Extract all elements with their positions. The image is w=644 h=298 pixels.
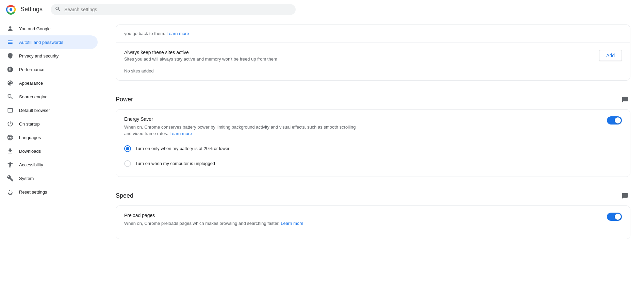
sidebar-label-downloads: Downloads bbox=[19, 149, 92, 154]
sites-active-text: Always keep these sites active Sites you… bbox=[124, 50, 277, 62]
radio-inner-battery-20 bbox=[126, 147, 129, 150]
globe-icon bbox=[7, 134, 14, 141]
page-title: Settings bbox=[20, 6, 43, 13]
sidebar-item-search-engine[interactable]: Search engine bbox=[0, 90, 98, 103]
energy-saver-header: Energy Saver When on, Chrome conserves b… bbox=[124, 116, 622, 137]
no-sites-text: No sites added bbox=[116, 68, 630, 80]
sidebar-item-you-and-google[interactable]: You and Google bbox=[0, 22, 98, 35]
sidebar-label-reset: Reset settings bbox=[19, 189, 92, 195]
sidebar-item-languages[interactable]: Languages bbox=[0, 131, 98, 144]
energy-saver-title: Energy Saver bbox=[124, 116, 362, 122]
main-layout: You and Google Autofill and passwords Pr… bbox=[0, 19, 644, 298]
energy-saver-toggle[interactable] bbox=[607, 116, 622, 125]
svg-point-4 bbox=[10, 162, 11, 163]
energy-saver-description: When on, Chrome conserves battery power … bbox=[124, 124, 362, 137]
top-note: you go back to them. Learn more bbox=[116, 25, 630, 43]
preload-learn-more[interactable]: Learn more bbox=[281, 221, 303, 226]
speedometer-icon bbox=[7, 66, 14, 73]
radio-label-unplugged: Turn on when my computer is unplugged bbox=[135, 161, 215, 166]
sidebar-label-appearance: Appearance bbox=[19, 81, 92, 86]
sidebar-item-default-browser[interactable]: Default browser bbox=[0, 103, 98, 117]
preload-toggle-knob bbox=[615, 214, 621, 220]
preload-description: When on, Chrome preloads pages which mak… bbox=[124, 220, 303, 227]
radio-label-battery-20: Turn on only when my battery is at 20% o… bbox=[135, 146, 230, 151]
sites-active-description: Sites you add will always stay active an… bbox=[124, 56, 277, 62]
sidebar-label-performance: Performance bbox=[19, 67, 92, 72]
sidebar-item-privacy[interactable]: Privacy and security bbox=[0, 49, 98, 63]
sidebar: You and Google Autofill and passwords Pr… bbox=[0, 19, 102, 298]
sidebar-item-system[interactable]: System bbox=[0, 171, 98, 185]
sidebar-item-performance[interactable]: Performance bbox=[0, 63, 98, 76]
sidebar-label-system: System bbox=[19, 176, 92, 181]
preload-card: Preload pages When on, Chrome preloads p… bbox=[116, 205, 630, 239]
speed-feedback-icon[interactable] bbox=[620, 191, 630, 201]
chrome-logo bbox=[5, 4, 16, 15]
speed-section-title: Speed bbox=[116, 192, 133, 199]
sidebar-item-appearance[interactable]: Appearance bbox=[0, 76, 98, 90]
power-section-title: Power bbox=[116, 96, 133, 103]
header: Settings bbox=[0, 0, 644, 19]
speed-section-header: Speed bbox=[116, 182, 630, 205]
search-icon bbox=[55, 6, 61, 13]
download-icon bbox=[7, 148, 14, 154]
radio-circle-battery-20 bbox=[124, 145, 131, 152]
preload-header: Preload pages When on, Chrome preloads p… bbox=[124, 213, 622, 227]
toggle-knob bbox=[615, 117, 621, 123]
energy-saver-text: Energy Saver When on, Chrome conserves b… bbox=[124, 116, 362, 137]
learn-more-link-top[interactable]: Learn more bbox=[166, 31, 189, 36]
power-feedback-icon[interactable] bbox=[620, 94, 630, 105]
sites-active-row: Always keep these sites active Sites you… bbox=[116, 43, 630, 68]
sites-active-title: Always keep these sites active bbox=[124, 50, 277, 55]
search-input[interactable] bbox=[51, 4, 296, 15]
person-icon bbox=[7, 25, 14, 32]
sidebar-label-accessibility: Accessibility bbox=[19, 162, 92, 167]
search-nav-icon bbox=[7, 93, 14, 100]
accessibility-icon bbox=[7, 161, 14, 168]
sidebar-label-you-and-google: You and Google bbox=[19, 26, 92, 31]
radio-option-battery-20[interactable]: Turn on only when my battery is at 20% o… bbox=[124, 143, 622, 155]
preload-text: Preload pages When on, Chrome preloads p… bbox=[124, 213, 303, 227]
search-bar bbox=[51, 4, 296, 15]
radio-circle-unplugged bbox=[124, 160, 131, 167]
energy-saver-card: Energy Saver When on, Chrome conserves b… bbox=[116, 109, 630, 177]
wrench-icon bbox=[7, 175, 14, 182]
content-area: you go back to them. Learn more Always k… bbox=[102, 19, 644, 298]
shield-icon bbox=[7, 52, 14, 59]
power-icon bbox=[7, 120, 14, 127]
sidebar-label-autofill: Autofill and passwords bbox=[19, 40, 92, 45]
sidebar-label-default-browser: Default browser bbox=[19, 108, 92, 113]
power-section-header: Power bbox=[116, 86, 630, 109]
sidebar-item-downloads[interactable]: Downloads bbox=[0, 144, 98, 158]
add-button[interactable]: Add bbox=[599, 50, 622, 61]
toggle-slider bbox=[607, 116, 622, 125]
sidebar-label-search-engine: Search engine bbox=[19, 94, 92, 99]
palette-icon bbox=[7, 80, 14, 86]
sidebar-label-on-startup: On startup bbox=[19, 121, 92, 127]
sidebar-item-autofill[interactable]: Autofill and passwords bbox=[0, 35, 98, 49]
sidebar-item-reset[interactable]: Reset settings bbox=[0, 185, 98, 199]
sidebar-label-privacy: Privacy and security bbox=[19, 53, 92, 59]
preload-toggle[interactable] bbox=[607, 213, 622, 221]
key-icon bbox=[7, 39, 14, 46]
svg-point-3 bbox=[10, 8, 12, 11]
browser-icon bbox=[7, 107, 14, 114]
radio-option-unplugged[interactable]: Turn on when my computer is unplugged bbox=[124, 158, 622, 170]
reset-icon bbox=[7, 188, 14, 195]
sidebar-label-languages: Languages bbox=[19, 135, 92, 140]
energy-saver-learn-more[interactable]: Learn more bbox=[169, 131, 192, 136]
preload-toggle-slider bbox=[607, 213, 622, 221]
preload-title: Preload pages bbox=[124, 213, 303, 218]
sidebar-item-accessibility[interactable]: Accessibility bbox=[0, 158, 98, 171]
sites-active-card: you go back to them. Learn more Always k… bbox=[116, 24, 630, 81]
sidebar-item-on-startup[interactable]: On startup bbox=[0, 117, 98, 131]
energy-saver-radio-group: Turn on only when my battery is at 20% o… bbox=[124, 143, 622, 170]
